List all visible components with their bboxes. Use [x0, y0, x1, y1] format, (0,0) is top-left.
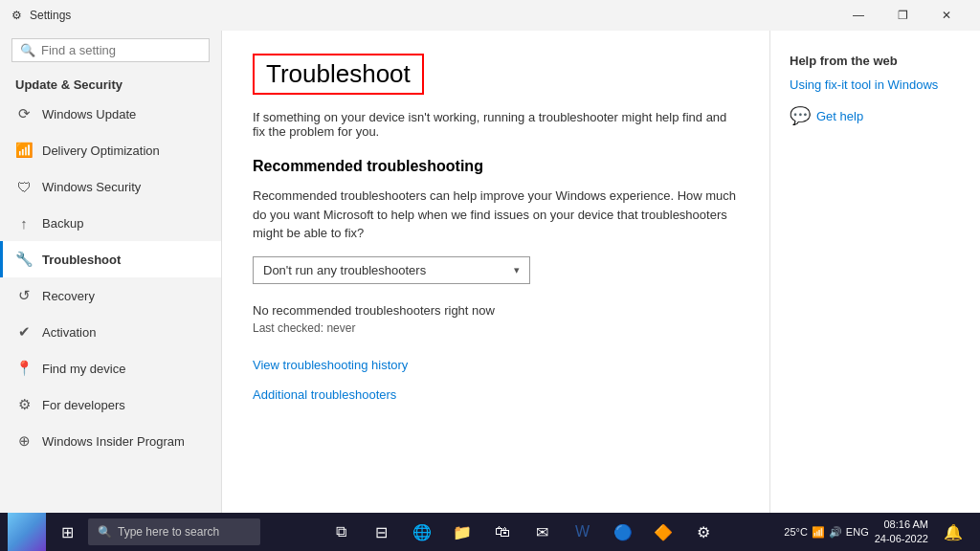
task-view-button[interactable]: ⧉: [323, 515, 361, 549]
sidebar-item-windows-security[interactable]: 🛡 Windows Security: [0, 168, 221, 205]
explorer-button[interactable]: 📁: [443, 515, 481, 549]
search-input[interactable]: [41, 43, 201, 57]
sidebar-item-label: For developers: [42, 398, 125, 412]
clock-time: 08:16 AM: [875, 518, 928, 532]
right-panel: Help from the web Using fix-it tool in W…: [769, 31, 980, 513]
sidebar-item-find-my-device[interactable]: 📍 Find my device: [0, 350, 221, 386]
title-bar: ⚙ Settings — ❐ ✕: [0, 0, 980, 31]
extra-button[interactable]: 🔶: [644, 515, 682, 549]
recommended-desc: Recommended troubleshooters can help imp…: [253, 187, 739, 243]
chevron-down-icon: ▾: [514, 264, 520, 276]
get-help-row[interactable]: 💬 Get help: [790, 105, 961, 126]
app-body: 🔍 Update & Security ⟳ Windows Update 📶 D…: [0, 31, 980, 513]
start-button[interactable]: ⊞: [50, 515, 84, 549]
edge-button[interactable]: 🌐: [403, 515, 441, 549]
sidebar-item-recovery[interactable]: ↺ Recovery: [0, 277, 221, 314]
taskbar-search-icon: 🔍: [98, 525, 112, 539]
taskbar-right: 25°C 📶 🔊 ENG 08:16 AM 24-06-2022 🔔: [784, 515, 972, 549]
settings-taskbar-button[interactable]: ⚙: [684, 515, 723, 549]
settings-icon: ⚙: [11, 9, 22, 22]
get-help-label[interactable]: Get help: [816, 109, 863, 123]
title-bar-left: ⚙ Settings: [11, 9, 71, 22]
sidebar-item-backup[interactable]: ↑ Backup: [0, 205, 221, 241]
temperature-text: 25°C: [784, 526, 808, 538]
sidebar: 🔍 Update & Security ⟳ Windows Update 📶 D…: [0, 31, 222, 513]
page-title: Troubleshoot: [266, 59, 411, 89]
taskbar-clock[interactable]: 08:16 AM 24-06-2022: [875, 518, 928, 547]
windows-security-icon: 🛡: [15, 178, 33, 195]
sidebar-item-label: Windows Update: [42, 107, 136, 121]
sidebar-item-windows-insider[interactable]: ⊕ Windows Insider Program: [0, 423, 221, 459]
activation-icon: ✔: [15, 323, 33, 341]
sidebar-item-delivery-optimization[interactable]: 📶 Delivery Optimization: [0, 132, 221, 168]
app-title: Settings: [30, 9, 71, 22]
close-button[interactable]: ✕: [924, 0, 969, 31]
troubleshoot-icon: 🔧: [15, 251, 33, 268]
notification-button[interactable]: 🔔: [934, 515, 972, 549]
sidebar-item-label: Windows Security: [42, 180, 141, 194]
recovery-icon: ↺: [15, 287, 33, 304]
taskbar-search-bar[interactable]: 🔍 Type here to search: [88, 518, 260, 545]
windows-update-icon: ⟳: [15, 105, 33, 122]
developers-icon: ⚙: [15, 396, 33, 413]
sidebar-item-label: Windows Insider Program: [42, 434, 185, 449]
sidebar-item-for-developers[interactable]: ⚙ For developers: [0, 386, 221, 423]
sidebar-item-activation[interactable]: ✔ Activation: [0, 314, 221, 350]
recommended-heading: Recommended troubleshooting: [253, 158, 739, 175]
view-history-link[interactable]: View troubleshooting history: [253, 358, 739, 372]
page-subtitle: If something on your device isn't workin…: [253, 110, 739, 139]
sidebar-item-label: Troubleshoot: [42, 253, 121, 267]
sidebar-item-label: Recovery: [42, 289, 95, 303]
last-checked-text: Last checked: never: [253, 321, 739, 335]
additional-troubleshooters-link[interactable]: Additional troubleshooters: [253, 387, 739, 402]
sidebar-item-label: Backup: [42, 216, 83, 231]
store-button[interactable]: 🛍: [483, 515, 522, 549]
page-title-box: Troubleshoot: [253, 54, 424, 95]
sidebar-item-label: Delivery Optimization: [42, 143, 160, 158]
chat-icon: 💬: [790, 105, 811, 126]
search-icon: 🔍: [20, 43, 35, 57]
taskbar-left: ⊞ 🔍 Type here to search: [8, 513, 260, 551]
main-content: Troubleshoot If something on your device…: [222, 31, 769, 513]
sidebar-item-windows-update[interactable]: ⟳ Windows Update: [0, 96, 221, 132]
taskbar-search-text: Type here to search: [118, 525, 219, 539]
delivery-optimization-icon: 📶: [15, 142, 33, 159]
search-container[interactable]: 🔍: [11, 38, 210, 62]
help-web-link[interactable]: Using fix-it tool in Windows: [790, 77, 961, 92]
chrome-button[interactable]: 🔵: [604, 515, 642, 549]
network-icon: 📶: [812, 526, 825, 539]
title-bar-controls: — ❐ ✕: [836, 0, 969, 31]
clock-date: 24-06-2022: [875, 532, 928, 546]
insider-icon: ⊕: [15, 432, 33, 450]
backup-icon: ↑: [15, 214, 33, 231]
dropdown-value: Don't run any troubleshooters: [263, 263, 426, 277]
find-device-icon: 📍: [15, 360, 33, 377]
help-title: Help from the web: [790, 54, 961, 68]
sidebar-item-troubleshoot[interactable]: 🔧 Troubleshoot: [0, 241, 221, 277]
sidebar-item-label: Activation: [42, 325, 96, 340]
taskbar: ⊞ 🔍 Type here to search ⧉ ⊟ 🌐 📁 🛍 ✉ W 🔵 …: [0, 513, 980, 551]
language-text: ENG: [846, 526, 869, 538]
word-button[interactable]: W: [564, 515, 602, 549]
mail-button[interactable]: ✉: [523, 515, 562, 549]
minimize-button[interactable]: —: [836, 0, 880, 31]
start-thumbnail[interactable]: [8, 513, 46, 551]
sidebar-section-title: Update & Security: [0, 70, 221, 96]
widgets-button[interactable]: ⊟: [363, 515, 401, 549]
maximize-button[interactable]: ❐: [880, 0, 924, 31]
sidebar-item-label: Find my device: [42, 362, 125, 376]
status-text: No recommended troubleshooters right now: [253, 303, 739, 318]
taskbar-center: ⧉ ⊟ 🌐 📁 🛍 ✉ W 🔵 🔶 ⚙: [323, 515, 723, 549]
troubleshooter-dropdown[interactable]: Don't run any troubleshooters ▾: [253, 256, 530, 284]
volume-icon: 🔊: [829, 526, 842, 539]
system-tray: 25°C 📶 🔊 ENG: [784, 526, 868, 539]
